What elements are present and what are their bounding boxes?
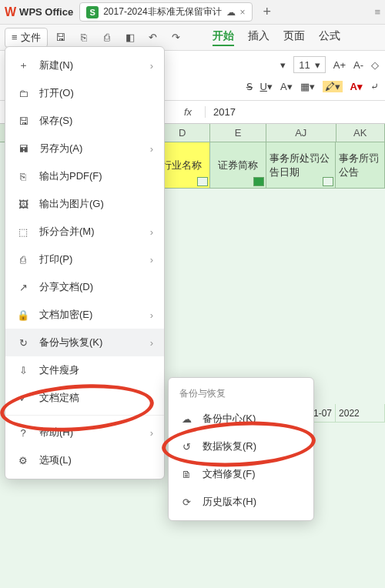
font-size-divider: ▾: [280, 59, 286, 71]
share-icon: ↗: [16, 282, 30, 293]
spreadsheet-icon: S: [86, 6, 99, 18]
submenu-doc-repair[interactable]: 🗎文档修复(F): [169, 460, 313, 488]
split-icon: ⬚: [16, 226, 30, 238]
submenu-data-recover[interactable]: ↺数据恢复(R): [169, 433, 313, 460]
app-name: WPS Office: [19, 6, 73, 18]
menu-backup[interactable]: ↻备份与恢复(K)›: [5, 329, 164, 356]
menu-slim[interactable]: ⇩文件瘦身: [5, 356, 164, 384]
chevron-right-icon: ›: [150, 309, 153, 321]
tab-start[interactable]: 开始: [213, 29, 234, 46]
new-tab-button[interactable]: +: [259, 4, 276, 20]
submenu-title: 备份与恢复: [169, 383, 313, 405]
border-button[interactable]: ▦▾: [300, 81, 315, 92]
print-icon: ⎙: [16, 254, 30, 266]
wrap-button[interactable]: ⤶: [370, 81, 379, 92]
menu-print[interactable]: ⎙打印(P)›: [5, 246, 164, 273]
menu-encrypt[interactable]: 🔒文档加密(E)›: [5, 301, 164, 329]
chevron-right-icon: ›: [150, 143, 153, 155]
save-icon: 🖫: [16, 115, 30, 127]
slim-icon: ⇩: [16, 365, 30, 376]
font-color-button[interactable]: A▾: [350, 81, 363, 92]
filter-icon[interactable]: [323, 177, 333, 186]
cell-ak[interactable]: 2022: [336, 404, 385, 423]
gear-icon: ⚙: [16, 455, 30, 466]
save-button[interactable]: 🖫: [51, 28, 71, 48]
preview-button[interactable]: ◧: [120, 28, 140, 48]
ribbon-tabs: 开始 插入 页面 公式: [213, 29, 340, 46]
lock-icon: 🔒: [16, 309, 30, 321]
header-penalty-date[interactable]: 事务所处罚公告日期: [266, 142, 336, 189]
history-icon: ⟳: [179, 496, 193, 508]
print-button[interactable]: ⎙: [97, 28, 117, 48]
folder-icon: 🗀: [16, 88, 30, 99]
backup-icon: ↻: [16, 337, 30, 349]
hamburger-icon: ≡: [12, 32, 18, 43]
document-tab-title: 2017-2024非标准无保留审计: [103, 5, 221, 18]
pdf-icon: ⎘: [16, 171, 30, 182]
filter-icon[interactable]: [197, 177, 208, 186]
col-aj[interactable]: AJ: [266, 124, 336, 142]
fx-value[interactable]: 2017: [206, 106, 243, 118]
help-icon: ?: [16, 427, 30, 439]
cloud-icon: ☁: [226, 7, 236, 18]
wps-logo-icon: W: [5, 5, 16, 19]
col-ak[interactable]: AK: [336, 124, 385, 142]
chevron-right-icon: ›: [150, 226, 153, 238]
menu-help[interactable]: ?帮助(H)›: [5, 419, 164, 446]
chevron-right-icon: ›: [150, 427, 153, 439]
quick-action-button[interactable]: ⎘: [74, 28, 94, 48]
backup-submenu: 备份与恢复 ☁备份中心(K) ↺数据恢复(R) 🗎文档修复(F) ⟳历史版本(H…: [168, 377, 314, 521]
header-penalty[interactable]: 事务所罚公告: [336, 142, 385, 189]
tab-formula[interactable]: 公式: [319, 29, 340, 46]
menu-open[interactable]: 🗀打开(O): [5, 79, 164, 107]
font-size-input[interactable]: 11 ▾: [293, 56, 325, 73]
menu-separator: [5, 415, 164, 416]
check-icon: ✓: [16, 393, 30, 404]
submenu-backup-center[interactable]: ☁备份中心(K): [169, 405, 313, 433]
menu-new[interactable]: ＋新建(N)›: [5, 52, 164, 79]
col-e[interactable]: E: [210, 124, 266, 142]
menu-icon[interactable]: ≡: [374, 6, 380, 18]
font-button[interactable]: A▾: [280, 81, 293, 92]
menu-save[interactable]: 🖫保存(S): [5, 107, 164, 135]
menu-pdf[interactable]: ⎘输出为PDF(F): [5, 162, 164, 190]
file-menu-button[interactable]: ≡ 文件: [5, 28, 48, 48]
menu-image[interactable]: 🖼输出为图片(G): [5, 190, 164, 218]
font-size-value: 11: [299, 59, 310, 71]
repair-icon: 🗎: [179, 469, 193, 480]
saveas-icon: 🖬: [16, 143, 30, 155]
fx-label[interactable]: fx: [171, 106, 206, 118]
submenu-history[interactable]: ⟳历史版本(H): [169, 488, 313, 516]
highlight-button[interactable]: 🖍▾: [323, 81, 343, 92]
menu-finalize[interactable]: ✓文档定稿: [5, 384, 164, 412]
menu-options[interactable]: ⚙选项(L): [5, 446, 164, 474]
undo-button[interactable]: ↶: [143, 28, 163, 48]
new-file-icon: ＋: [16, 58, 30, 72]
decrease-font-button[interactable]: A-: [353, 59, 363, 71]
chevron-right-icon: ›: [150, 337, 153, 349]
header-stock[interactable]: 证券简称: [210, 142, 266, 189]
strike-button[interactable]: S̶: [246, 81, 253, 92]
tab-page[interactable]: 页面: [283, 29, 305, 46]
redo-button[interactable]: ↷: [166, 28, 186, 48]
menu-share[interactable]: ↗分享文档(D): [5, 273, 164, 301]
title-bar: W WPS Office S 2017-2024非标准无保留审计 ☁ × + ≡: [0, 0, 385, 25]
document-tab[interactable]: S 2017-2024非标准无保留审计 ☁ ×: [79, 2, 252, 22]
file-menu: ＋新建(N)› 🗀打开(O) 🖫保存(S) 🖬另存为(A)› ⎘输出为PDF(F…: [5, 46, 165, 479]
clear-format-icon[interactable]: ◇: [371, 59, 379, 71]
filter-active-icon[interactable]: [253, 177, 264, 186]
image-icon: 🖼: [16, 199, 30, 210]
close-tab-button[interactable]: ×: [240, 7, 246, 18]
chevron-right-icon: ›: [150, 254, 153, 266]
chevron-right-icon: ›: [150, 60, 153, 72]
increase-font-button[interactable]: A+: [333, 59, 346, 71]
recover-icon: ↺: [179, 441, 193, 453]
tab-insert[interactable]: 插入: [248, 29, 270, 46]
file-label: 文件: [21, 31, 41, 45]
app-logo: W WPS Office: [5, 5, 73, 19]
underline-button[interactable]: U▾: [260, 81, 273, 92]
menu-split[interactable]: ⬚拆分合并(M)›: [5, 218, 164, 246]
menu-saveas[interactable]: 🖬另存为(A)›: [5, 135, 164, 162]
cloud-folder-icon: ☁: [179, 413, 193, 425]
